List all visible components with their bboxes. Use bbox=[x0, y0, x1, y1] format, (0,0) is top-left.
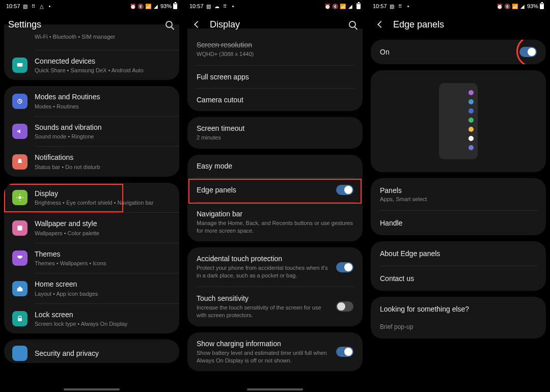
edge-master-row[interactable]: On bbox=[371, 40, 546, 64]
edge-card-looking: Looking for something else? Brief pop-up bbox=[371, 297, 546, 339]
wallpaper-icon bbox=[12, 220, 28, 236]
wifi-icon: 📶 bbox=[145, 3, 151, 9]
battery-text: 93% bbox=[160, 3, 172, 9]
edge-panels-toggle[interactable] bbox=[336, 185, 353, 195]
row-sub: Wallpapers • Color palette bbox=[35, 230, 171, 237]
settings-row-connected-devices[interactable]: Connected devices Quick Share • Samsung … bbox=[4, 50, 179, 80]
apps-icon: ⠿ bbox=[397, 3, 403, 9]
modes-icon bbox=[12, 94, 28, 109]
pane-display: 10:57 ▧ ☁ ⠿ • ⏰ 🔇 📶 ◢ Display Screen res… bbox=[183, 0, 367, 392]
dot-icon: • bbox=[405, 3, 411, 9]
row-title: Camera cutout bbox=[197, 96, 353, 104]
mute-icon: 🔇 bbox=[504, 3, 510, 9]
status-time: 10:57 bbox=[6, 3, 20, 9]
looking-title: Looking for something else? bbox=[380, 305, 537, 313]
display-icon bbox=[12, 190, 28, 205]
display-card-top-cut: Screen resolution WQHD+ (3088 x 1440) Fu… bbox=[187, 29, 363, 111]
display-card-modes: Easy mode Edge panels Navigation bar Man… bbox=[187, 155, 363, 242]
home-indicator[interactable] bbox=[247, 388, 303, 390]
home-indicator[interactable] bbox=[64, 388, 120, 390]
master-label: On bbox=[380, 48, 513, 56]
alarm-icon: ⏰ bbox=[130, 3, 136, 9]
edge-card-about: About Edge panels Contact us bbox=[371, 241, 546, 291]
row-title: Full screen apps bbox=[197, 73, 353, 81]
display-row-easy-mode[interactable]: Easy mode bbox=[187, 155, 363, 177]
display-row-edge-panels[interactable]: Edge panels bbox=[187, 178, 363, 202]
display-row-touch-sensitivity[interactable]: Touch sensitivity Increase the touch sen… bbox=[187, 287, 363, 326]
apps-icon: ⠿ bbox=[222, 3, 228, 9]
display-row-camera-cutout[interactable]: Camera cutout bbox=[187, 89, 363, 111]
preview-dot bbox=[469, 127, 474, 132]
edge-header: Edge panels bbox=[367, 12, 550, 40]
row-sub: Screen lock type • Always On Display bbox=[35, 320, 171, 327]
display-row-charging-info[interactable]: Show charging information Show battery l… bbox=[187, 332, 363, 372]
edge-row-handle[interactable]: Handle bbox=[371, 211, 546, 235]
row-label: About Edge panels bbox=[380, 249, 537, 258]
image-icon: ▧ bbox=[22, 3, 29, 9]
settings-row-connections-cut[interactable]: Wi-Fi • Bluetooth • SIM manager bbox=[4, 26, 179, 50]
accidental-touch-toggle[interactable] bbox=[336, 262, 353, 272]
display-row-fullscreen-apps[interactable]: Full screen apps bbox=[187, 66, 363, 88]
search-button[interactable] bbox=[346, 18, 359, 31]
preview-dot bbox=[469, 99, 474, 104]
row-label: Display bbox=[35, 189, 171, 198]
row-sub: Protect your phone from accidental touch… bbox=[197, 264, 330, 279]
edge-row-brief-popup[interactable]: Brief pop-up bbox=[371, 321, 546, 339]
preview-dot bbox=[469, 108, 474, 114]
page-title: Display bbox=[210, 19, 346, 30]
row-title: Show charging information bbox=[197, 340, 330, 348]
settings-row-home-screen[interactable]: Home screen Layout • App icon badges bbox=[4, 273, 179, 303]
row-sub: Quick Share • Samsung DeX • Android Auto bbox=[35, 67, 171, 74]
row-title: Screen timeout bbox=[197, 124, 353, 132]
row-sub: Brightness • Eye comfort shield • Naviga… bbox=[35, 199, 171, 206]
touch-sensitivity-toggle[interactable] bbox=[336, 301, 353, 312]
display-card-timeout: Screen timeout 2 minutes bbox=[187, 117, 363, 149]
edge-master-toggle[interactable] bbox=[519, 47, 537, 57]
row-label: Wallpaper and style bbox=[35, 219, 171, 228]
battery-icon bbox=[173, 3, 177, 9]
back-button[interactable] bbox=[375, 18, 387, 31]
pane-settings: 10:57 ▧ ⠿ △ • ⏰ 🔇 📶 ◢ 93% Settings Wi-Fi… bbox=[0, 0, 183, 392]
image-icon: ▧ bbox=[206, 3, 212, 9]
settings-row-display[interactable]: Display Brightness • Eye comfort shield … bbox=[4, 183, 179, 212]
status-time: 10:57 bbox=[373, 3, 387, 9]
status-bar: 10:57 ▧ ☁ ⠿ • ⏰ 🔇 📶 ◢ bbox=[183, 0, 367, 12]
row-sub: Sound mode • Ringtone bbox=[35, 133, 171, 140]
search-icon bbox=[349, 21, 356, 28]
page-title: Edge panels bbox=[393, 19, 542, 30]
status-bar: 10:57 ▧ ⠿ • ⏰ 🔇 📶 ◢ 93% bbox=[367, 0, 550, 12]
row-title: Touch sensitivity bbox=[197, 294, 330, 302]
settings-row-modes[interactable]: Modes and Routines Modes • Routines bbox=[4, 86, 179, 116]
wifi-icon: 📶 bbox=[512, 3, 518, 9]
display-row-navigation-bar[interactable]: Navigation bar Manage the Home, Back, an… bbox=[187, 203, 363, 242]
settings-row-wallpaper[interactable]: Wallpaper and style Wallpapers • Color p… bbox=[4, 213, 179, 242]
edge-card-panels-handle: Panels Apps, Smart select Handle bbox=[371, 178, 546, 235]
status-time: 10:57 bbox=[189, 3, 204, 9]
display-row-accidental-touch[interactable]: Accidental touch protection Protect your… bbox=[187, 247, 363, 287]
svg-rect-7 bbox=[17, 226, 22, 230]
settings-row-lock-screen[interactable]: Lock screen Screen lock type • Always On… bbox=[4, 304, 179, 333]
edge-row-contact[interactable]: Contact us bbox=[371, 266, 546, 291]
settings-row-sounds[interactable]: Sounds and vibration Sound mode • Ringto… bbox=[4, 117, 179, 146]
display-row-resolution[interactable]: Screen resolution WQHD+ (3088 x 1440) bbox=[187, 39, 363, 65]
settings-row-security-peek[interactable]: Security and privacy bbox=[4, 340, 179, 363]
row-sub: Wi-Fi • Bluetooth • SIM manager bbox=[35, 33, 171, 40]
settings-row-themes[interactable]: Themes Themes • Wallpapers • Icons bbox=[4, 243, 179, 273]
preview-dot bbox=[469, 145, 474, 150]
home-icon bbox=[12, 281, 28, 296]
signal-icon: ◢ bbox=[153, 3, 159, 9]
row-sub: Modes • Routines bbox=[35, 103, 171, 110]
row-sub: WQHD+ (3088 x 1440) bbox=[197, 50, 353, 58]
settings-row-notifications[interactable]: Notifications Status bar • Do not distur… bbox=[4, 147, 179, 176]
alarm-icon: ⏰ bbox=[497, 3, 503, 9]
themes-icon bbox=[12, 250, 28, 266]
row-sub: 2 minutes bbox=[197, 134, 353, 142]
edge-row-looking-title: Looking for something else? bbox=[371, 297, 546, 321]
edge-row-about[interactable]: About Edge panels bbox=[371, 241, 546, 266]
row-sub: Status bar • Do not disturb bbox=[35, 163, 171, 171]
edge-row-panels[interactable]: Panels Apps, Smart select bbox=[371, 178, 546, 210]
row-label: Panels bbox=[380, 186, 537, 194]
display-row-screen-timeout[interactable]: Screen timeout 2 minutes bbox=[187, 117, 363, 149]
charging-info-toggle[interactable] bbox=[336, 347, 353, 357]
back-button[interactable] bbox=[191, 18, 204, 31]
